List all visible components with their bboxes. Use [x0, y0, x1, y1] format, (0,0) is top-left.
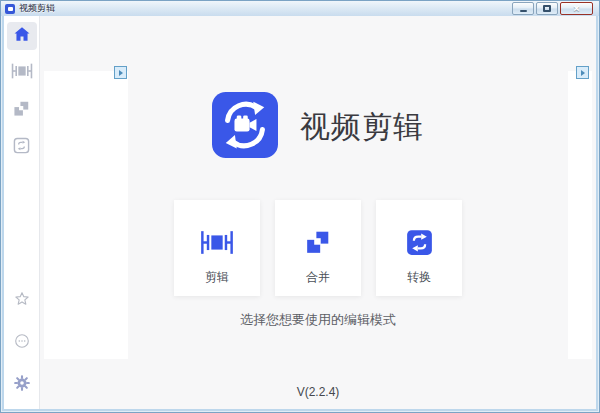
mode-cards: 剪辑 合并: [174, 200, 462, 296]
trim-icon: [11, 63, 33, 83]
mode-card-merge[interactable]: 合并: [275, 200, 361, 296]
sidebar-item-favorite[interactable]: [7, 287, 37, 315]
mode-select-hint: 选择您想要使用的编辑模式: [240, 311, 396, 329]
convert-icon: [406, 224, 433, 260]
triangle-right-icon: [119, 70, 123, 76]
minimize-button[interactable]: [512, 2, 534, 15]
right-panel-toggle-button[interactable]: [576, 66, 589, 79]
star-icon: [13, 290, 31, 312]
more-circle-icon: [13, 332, 31, 354]
sidebar-bottom: [7, 287, 37, 399]
sidebar-item-trim[interactable]: [7, 59, 37, 87]
app-icon: [5, 4, 15, 14]
sidebar-item-home[interactable]: [7, 22, 37, 50]
minimize-icon: [520, 10, 527, 12]
left-panel: [44, 71, 128, 359]
main-area: 视频剪辑 剪辑: [40, 16, 596, 409]
window-controls: ×: [512, 2, 595, 15]
convert-icon: [13, 137, 30, 158]
sidebar-item-merge[interactable]: [7, 96, 37, 124]
gear-icon: [13, 374, 31, 396]
client-area: 视频剪辑 剪辑: [4, 16, 596, 409]
maximize-icon: [543, 5, 551, 12]
app-name-text: 视频剪辑: [300, 107, 424, 148]
maximize-button[interactable]: [536, 2, 558, 15]
mode-card-label: 合并: [306, 269, 330, 286]
window-title: 视频剪辑: [19, 1, 55, 16]
sidebar-item-convert[interactable]: [7, 133, 37, 161]
title-bar: 视频剪辑 ×: [1, 1, 599, 16]
merge-icon: [305, 224, 331, 260]
app-window: 视频剪辑 ×: [0, 0, 600, 413]
right-panel: [568, 71, 592, 359]
mode-card-trim[interactable]: 剪辑: [174, 200, 260, 296]
sidebar-item-settings[interactable]: [7, 371, 37, 399]
merge-icon: [13, 100, 30, 121]
sidebar-item-more[interactable]: [7, 329, 37, 357]
version-text: V(2.2.4): [40, 385, 596, 399]
triangle-right-icon: [581, 70, 585, 76]
mode-card-convert[interactable]: 转换: [376, 200, 462, 296]
mode-card-label: 转换: [407, 269, 431, 286]
left-panel-toggle-button[interactable]: [114, 66, 127, 79]
app-logo-icon: [212, 92, 278, 162]
close-icon: ×: [573, 3, 579, 14]
mode-card-label: 剪辑: [205, 269, 229, 286]
close-button[interactable]: ×: [560, 2, 593, 15]
hero: 视频剪辑: [212, 92, 424, 162]
trim-icon: [200, 224, 234, 260]
home-icon: [13, 25, 31, 47]
sidebar: [4, 16, 40, 409]
